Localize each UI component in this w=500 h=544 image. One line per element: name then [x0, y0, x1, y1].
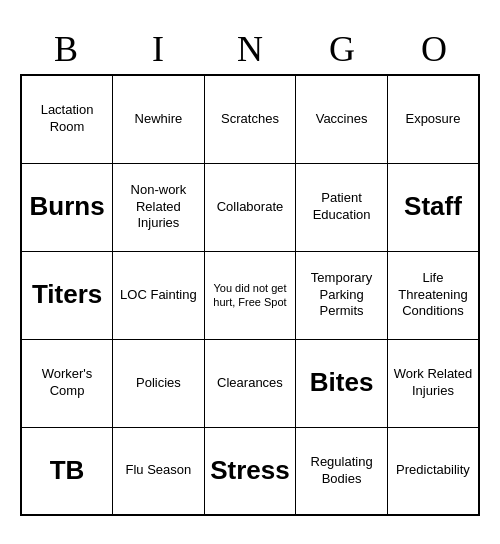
bingo-cell: Non-work Related Injuries	[113, 163, 205, 251]
bingo-letter: N	[204, 28, 296, 70]
bingo-letter: B	[20, 28, 112, 70]
bingo-cell: Work Related Injuries	[387, 339, 479, 427]
bingo-grid: Lactation RoomNewhireScratchesVaccinesEx…	[20, 74, 480, 516]
bingo-header: BINGO	[20, 28, 480, 70]
bingo-cell: TB	[21, 427, 113, 515]
bingo-cell: Patient Education	[296, 163, 388, 251]
bingo-letter: G	[296, 28, 388, 70]
bingo-cell: Policies	[113, 339, 205, 427]
bingo-cell: Burns	[21, 163, 113, 251]
table-row: Lactation RoomNewhireScratchesVaccinesEx…	[21, 75, 479, 163]
bingo-cell: Scratches	[204, 75, 296, 163]
bingo-cell: Regulating Bodies	[296, 427, 388, 515]
bingo-cell: Newhire	[113, 75, 205, 163]
bingo-cell: Collaborate	[204, 163, 296, 251]
bingo-cell: Titers	[21, 251, 113, 339]
bingo-cell: Stress	[204, 427, 296, 515]
bingo-cell: Vaccines	[296, 75, 388, 163]
bingo-cell: Staff	[387, 163, 479, 251]
bingo-cell: Predictability	[387, 427, 479, 515]
bingo-cell: Life Threatening Conditions	[387, 251, 479, 339]
table-row: TitersLOC FaintingYou did not get hurt, …	[21, 251, 479, 339]
bingo-cell: LOC Fainting	[113, 251, 205, 339]
bingo-cell: Flu Season	[113, 427, 205, 515]
bingo-cell: You did not get hurt, Free Spot	[204, 251, 296, 339]
bingo-letter: I	[112, 28, 204, 70]
bingo-cell: Lactation Room	[21, 75, 113, 163]
table-row: TBFlu SeasonStressRegulating BodiesPredi…	[21, 427, 479, 515]
bingo-cell: Temporary Parking Permits	[296, 251, 388, 339]
table-row: Worker's CompPoliciesClearancesBitesWork…	[21, 339, 479, 427]
bingo-cell: Clearances	[204, 339, 296, 427]
bingo-card: BINGO Lactation RoomNewhireScratchesVacc…	[20, 28, 480, 516]
bingo-letter: O	[388, 28, 480, 70]
bingo-cell: Worker's Comp	[21, 339, 113, 427]
table-row: BurnsNon-work Related InjuriesCollaborat…	[21, 163, 479, 251]
bingo-cell: Exposure	[387, 75, 479, 163]
bingo-cell: Bites	[296, 339, 388, 427]
